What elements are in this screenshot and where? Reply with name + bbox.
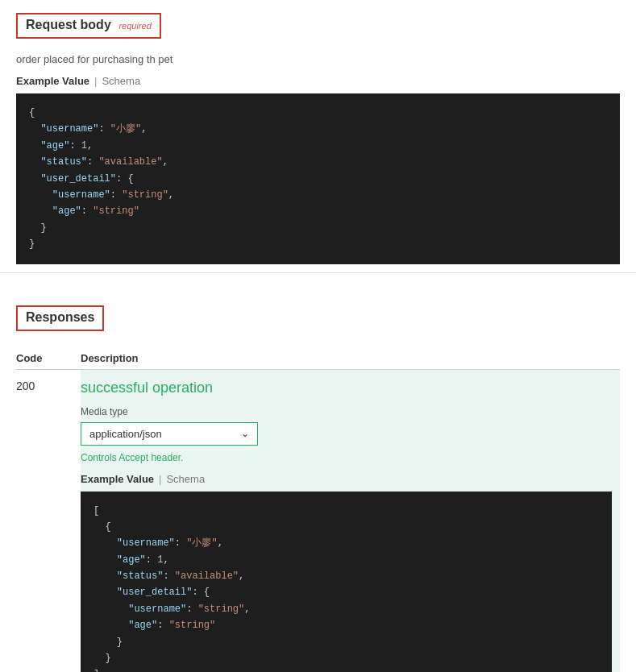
tab-separator: | [94, 75, 97, 87]
response-example-tabs: Example Value | Schema [81, 471, 612, 487]
responses-title: Responses [26, 310, 94, 324]
page-wrapper: Request body required order placed for p… [0, 0, 636, 672]
responses-section: Responses Code Description 200 successfu… [0, 289, 636, 672]
controls-accept-text: Controls Accept header. [81, 452, 612, 463]
request-body-section: Request body required order placed for p… [0, 0, 636, 273]
gap-section [0, 273, 636, 289]
request-body-title: Request body [26, 18, 111, 31]
response-tab-separator: | [159, 473, 161, 485]
tab-example-value[interactable]: Example Value [16, 73, 89, 89]
responses-table: Code Description 200 successful operatio… [16, 347, 620, 672]
success-operation-text: successful operation [81, 380, 612, 396]
response-description-cell: successful operation Media type applicat… [81, 369, 620, 672]
table-row: 200 successful operation Media type appl… [16, 369, 620, 672]
media-type-dropdown[interactable]: application/json ⌄ [81, 422, 258, 446]
required-badge: required [118, 21, 151, 31]
response-code: 200 [16, 369, 81, 672]
response-code-block: [ { "username": "小廖", "age": 1, "status"… [81, 492, 612, 672]
col-header-code: Code [16, 347, 81, 370]
col-header-description: Description [81, 347, 620, 370]
response-tab-example[interactable]: Example Value [81, 471, 154, 487]
tab-schema[interactable]: Schema [102, 73, 140, 89]
media-type-label: Media type [81, 406, 612, 417]
request-body-description: order placed for purchasing th pet [16, 53, 620, 65]
chevron-down-icon: ⌄ [241, 428, 249, 439]
response-tab-schema[interactable]: Schema [166, 471, 205, 487]
request-body-header-box: Request body required [16, 13, 161, 39]
request-body-code-block: { "username": "小廖", "age": 1, "status": … [16, 93, 620, 264]
request-body-tabs: Example Value | Schema [16, 73, 620, 89]
media-type-value: application/json [89, 428, 162, 440]
responses-header-box: Responses [16, 305, 104, 331]
